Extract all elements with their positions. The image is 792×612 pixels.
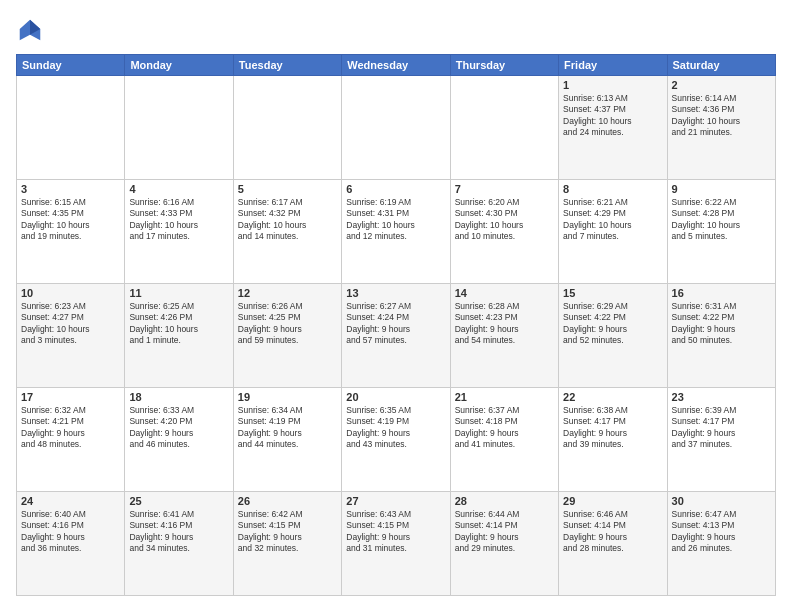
day-cell: 5Sunrise: 6:17 AM Sunset: 4:32 PM Daylig… bbox=[233, 180, 341, 284]
day-number: 7 bbox=[455, 183, 554, 195]
day-cell: 25Sunrise: 6:41 AM Sunset: 4:16 PM Dayli… bbox=[125, 492, 233, 596]
day-number: 13 bbox=[346, 287, 445, 299]
day-info: Sunrise: 6:42 AM Sunset: 4:15 PM Dayligh… bbox=[238, 509, 337, 555]
day-cell bbox=[17, 76, 125, 180]
day-cell: 3Sunrise: 6:15 AM Sunset: 4:35 PM Daylig… bbox=[17, 180, 125, 284]
day-number: 24 bbox=[21, 495, 120, 507]
day-cell: 11Sunrise: 6:25 AM Sunset: 4:26 PM Dayli… bbox=[125, 284, 233, 388]
day-info: Sunrise: 6:23 AM Sunset: 4:27 PM Dayligh… bbox=[21, 301, 120, 347]
day-info: Sunrise: 6:44 AM Sunset: 4:14 PM Dayligh… bbox=[455, 509, 554, 555]
day-cell: 15Sunrise: 6:29 AM Sunset: 4:22 PM Dayli… bbox=[559, 284, 667, 388]
day-cell: 12Sunrise: 6:26 AM Sunset: 4:25 PM Dayli… bbox=[233, 284, 341, 388]
week-row-1: 3Sunrise: 6:15 AM Sunset: 4:35 PM Daylig… bbox=[17, 180, 776, 284]
day-cell: 30Sunrise: 6:47 AM Sunset: 4:13 PM Dayli… bbox=[667, 492, 775, 596]
day-cell: 17Sunrise: 6:32 AM Sunset: 4:21 PM Dayli… bbox=[17, 388, 125, 492]
day-cell bbox=[125, 76, 233, 180]
day-cell: 19Sunrise: 6:34 AM Sunset: 4:19 PM Dayli… bbox=[233, 388, 341, 492]
day-number: 17 bbox=[21, 391, 120, 403]
day-header-tuesday: Tuesday bbox=[233, 55, 341, 76]
day-number: 1 bbox=[563, 79, 662, 91]
calendar: SundayMondayTuesdayWednesdayThursdayFrid… bbox=[16, 54, 776, 596]
day-info: Sunrise: 6:13 AM Sunset: 4:37 PM Dayligh… bbox=[563, 93, 662, 139]
header-row: SundayMondayTuesdayWednesdayThursdayFrid… bbox=[17, 55, 776, 76]
day-cell: 4Sunrise: 6:16 AM Sunset: 4:33 PM Daylig… bbox=[125, 180, 233, 284]
day-cell: 1Sunrise: 6:13 AM Sunset: 4:37 PM Daylig… bbox=[559, 76, 667, 180]
day-cell: 27Sunrise: 6:43 AM Sunset: 4:15 PM Dayli… bbox=[342, 492, 450, 596]
day-number: 22 bbox=[563, 391, 662, 403]
day-number: 5 bbox=[238, 183, 337, 195]
day-number: 19 bbox=[238, 391, 337, 403]
day-number: 16 bbox=[672, 287, 771, 299]
day-cell: 16Sunrise: 6:31 AM Sunset: 4:22 PM Dayli… bbox=[667, 284, 775, 388]
day-number: 12 bbox=[238, 287, 337, 299]
day-info: Sunrise: 6:29 AM Sunset: 4:22 PM Dayligh… bbox=[563, 301, 662, 347]
day-info: Sunrise: 6:40 AM Sunset: 4:16 PM Dayligh… bbox=[21, 509, 120, 555]
day-cell: 21Sunrise: 6:37 AM Sunset: 4:18 PM Dayli… bbox=[450, 388, 558, 492]
day-info: Sunrise: 6:14 AM Sunset: 4:36 PM Dayligh… bbox=[672, 93, 771, 139]
day-cell: 10Sunrise: 6:23 AM Sunset: 4:27 PM Dayli… bbox=[17, 284, 125, 388]
day-cell: 23Sunrise: 6:39 AM Sunset: 4:17 PM Dayli… bbox=[667, 388, 775, 492]
day-number: 25 bbox=[129, 495, 228, 507]
day-info: Sunrise: 6:37 AM Sunset: 4:18 PM Dayligh… bbox=[455, 405, 554, 451]
day-info: Sunrise: 6:22 AM Sunset: 4:28 PM Dayligh… bbox=[672, 197, 771, 243]
day-number: 2 bbox=[672, 79, 771, 91]
day-info: Sunrise: 6:35 AM Sunset: 4:19 PM Dayligh… bbox=[346, 405, 445, 451]
week-row-4: 24Sunrise: 6:40 AM Sunset: 4:16 PM Dayli… bbox=[17, 492, 776, 596]
day-info: Sunrise: 6:20 AM Sunset: 4:30 PM Dayligh… bbox=[455, 197, 554, 243]
header bbox=[16, 16, 776, 44]
day-info: Sunrise: 6:26 AM Sunset: 4:25 PM Dayligh… bbox=[238, 301, 337, 347]
day-info: Sunrise: 6:46 AM Sunset: 4:14 PM Dayligh… bbox=[563, 509, 662, 555]
day-cell bbox=[450, 76, 558, 180]
day-number: 26 bbox=[238, 495, 337, 507]
day-header-saturday: Saturday bbox=[667, 55, 775, 76]
day-info: Sunrise: 6:38 AM Sunset: 4:17 PM Dayligh… bbox=[563, 405, 662, 451]
day-number: 14 bbox=[455, 287, 554, 299]
day-number: 18 bbox=[129, 391, 228, 403]
calendar-body: 1Sunrise: 6:13 AM Sunset: 4:37 PM Daylig… bbox=[17, 76, 776, 596]
day-cell: 7Sunrise: 6:20 AM Sunset: 4:30 PM Daylig… bbox=[450, 180, 558, 284]
day-info: Sunrise: 6:17 AM Sunset: 4:32 PM Dayligh… bbox=[238, 197, 337, 243]
day-info: Sunrise: 6:32 AM Sunset: 4:21 PM Dayligh… bbox=[21, 405, 120, 451]
day-info: Sunrise: 6:19 AM Sunset: 4:31 PM Dayligh… bbox=[346, 197, 445, 243]
day-cell bbox=[233, 76, 341, 180]
day-cell: 22Sunrise: 6:38 AM Sunset: 4:17 PM Dayli… bbox=[559, 388, 667, 492]
day-info: Sunrise: 6:43 AM Sunset: 4:15 PM Dayligh… bbox=[346, 509, 445, 555]
day-number: 4 bbox=[129, 183, 228, 195]
week-row-0: 1Sunrise: 6:13 AM Sunset: 4:37 PM Daylig… bbox=[17, 76, 776, 180]
week-row-3: 17Sunrise: 6:32 AM Sunset: 4:21 PM Dayli… bbox=[17, 388, 776, 492]
day-number: 10 bbox=[21, 287, 120, 299]
day-info: Sunrise: 6:34 AM Sunset: 4:19 PM Dayligh… bbox=[238, 405, 337, 451]
day-header-sunday: Sunday bbox=[17, 55, 125, 76]
page: SundayMondayTuesdayWednesdayThursdayFrid… bbox=[0, 0, 792, 612]
calendar-header: SundayMondayTuesdayWednesdayThursdayFrid… bbox=[17, 55, 776, 76]
day-cell: 24Sunrise: 6:40 AM Sunset: 4:16 PM Dayli… bbox=[17, 492, 125, 596]
day-info: Sunrise: 6:27 AM Sunset: 4:24 PM Dayligh… bbox=[346, 301, 445, 347]
day-number: 28 bbox=[455, 495, 554, 507]
logo bbox=[16, 16, 48, 44]
day-cell: 9Sunrise: 6:22 AM Sunset: 4:28 PM Daylig… bbox=[667, 180, 775, 284]
day-cell: 6Sunrise: 6:19 AM Sunset: 4:31 PM Daylig… bbox=[342, 180, 450, 284]
day-cell: 18Sunrise: 6:33 AM Sunset: 4:20 PM Dayli… bbox=[125, 388, 233, 492]
day-header-thursday: Thursday bbox=[450, 55, 558, 76]
day-number: 23 bbox=[672, 391, 771, 403]
day-cell: 14Sunrise: 6:28 AM Sunset: 4:23 PM Dayli… bbox=[450, 284, 558, 388]
day-number: 21 bbox=[455, 391, 554, 403]
day-number: 9 bbox=[672, 183, 771, 195]
day-header-wednesday: Wednesday bbox=[342, 55, 450, 76]
day-number: 3 bbox=[21, 183, 120, 195]
day-cell: 29Sunrise: 6:46 AM Sunset: 4:14 PM Dayli… bbox=[559, 492, 667, 596]
day-info: Sunrise: 6:41 AM Sunset: 4:16 PM Dayligh… bbox=[129, 509, 228, 555]
day-info: Sunrise: 6:21 AM Sunset: 4:29 PM Dayligh… bbox=[563, 197, 662, 243]
day-number: 20 bbox=[346, 391, 445, 403]
day-cell: 26Sunrise: 6:42 AM Sunset: 4:15 PM Dayli… bbox=[233, 492, 341, 596]
day-cell: 20Sunrise: 6:35 AM Sunset: 4:19 PM Dayli… bbox=[342, 388, 450, 492]
logo-icon bbox=[16, 16, 44, 44]
day-info: Sunrise: 6:33 AM Sunset: 4:20 PM Dayligh… bbox=[129, 405, 228, 451]
day-cell: 8Sunrise: 6:21 AM Sunset: 4:29 PM Daylig… bbox=[559, 180, 667, 284]
day-number: 6 bbox=[346, 183, 445, 195]
day-info: Sunrise: 6:28 AM Sunset: 4:23 PM Dayligh… bbox=[455, 301, 554, 347]
day-info: Sunrise: 6:15 AM Sunset: 4:35 PM Dayligh… bbox=[21, 197, 120, 243]
day-number: 27 bbox=[346, 495, 445, 507]
day-number: 29 bbox=[563, 495, 662, 507]
week-row-2: 10Sunrise: 6:23 AM Sunset: 4:27 PM Dayli… bbox=[17, 284, 776, 388]
